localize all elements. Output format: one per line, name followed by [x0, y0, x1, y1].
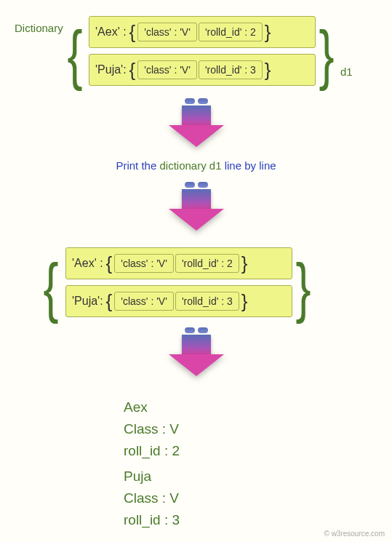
- caption-mid: dictionary d1: [156, 159, 224, 172]
- arrow-down-icon: [169, 182, 224, 231]
- kv-cell: 'rolld_id' : 2: [199, 23, 263, 41]
- output-line: Aex: [124, 396, 180, 418]
- arrow-down-icon: [169, 98, 224, 147]
- kv-cell: 'rolld_id' : 3: [175, 292, 239, 311]
- arrow-down-icon: [169, 327, 224, 376]
- output-block-1: Aex Class : V roll_id : 2: [124, 396, 180, 462]
- kv-cell: 'rolld_id' : 2: [175, 254, 239, 273]
- outer-brace-right: }: [296, 255, 311, 320]
- output-line: Puja: [124, 466, 180, 487]
- d1-label: d1: [340, 65, 353, 78]
- dict-row: 'Puja': { 'class' : 'V' 'rolld_id' : 3 }: [65, 285, 292, 317]
- dict-row: 'Aex' : { 'class' : 'V' 'rolld_id' : 2 }: [65, 247, 292, 279]
- row-brace-right: }: [241, 290, 248, 313]
- output-line: roll_id : 2: [124, 440, 180, 462]
- output-block-2: Puja Class : V roll_id : 3: [124, 466, 180, 531]
- kv-cell: 'class' : 'V': [137, 23, 197, 41]
- dict-row: 'Puja': { 'class' : 'V' 'rolld_id' : 3 }: [89, 54, 316, 86]
- footer-credit: © w3resource.com: [324, 530, 385, 538]
- dict-row: 'Aex' : { 'class' : 'V' 'rolld_id' : 2 }: [89, 16, 316, 48]
- outer-brace-left: {: [44, 255, 59, 320]
- output-line: roll_id : 3: [124, 509, 180, 531]
- kv-cell: 'rolld_id' : 3: [199, 60, 263, 79]
- outer-brace-left: {: [68, 22, 83, 87]
- dict-key: 'Puja':: [72, 295, 103, 308]
- row-brace-right: }: [241, 252, 248, 275]
- dict-key: 'Aex' :: [72, 257, 103, 270]
- output-line: Class : V: [124, 487, 180, 509]
- dict-key: 'Puja':: [95, 63, 127, 76]
- row-brace-left: {: [106, 290, 113, 313]
- row-brace-right: }: [265, 59, 271, 81]
- output-line: Class : V: [124, 418, 180, 440]
- row-brace-left: {: [129, 59, 136, 81]
- caption-prefix: Print the: [116, 159, 156, 172]
- kv-cell: 'class' : 'V': [114, 292, 174, 311]
- row-brace-left: {: [129, 21, 136, 44]
- caption-suffix: line by line: [225, 159, 276, 172]
- row-brace-left: {: [106, 252, 113, 275]
- row-brace-right: }: [265, 21, 271, 44]
- dictionary-label: Dictionary: [15, 22, 63, 34]
- caption-text: Print the dictionary d1 line by line: [116, 159, 276, 172]
- kv-cell: 'class' : 'V': [137, 60, 197, 79]
- outer-brace-right: }: [319, 22, 335, 87]
- dict-key: 'Aex' :: [95, 25, 127, 39]
- kv-cell: 'class' : 'V': [114, 254, 174, 273]
